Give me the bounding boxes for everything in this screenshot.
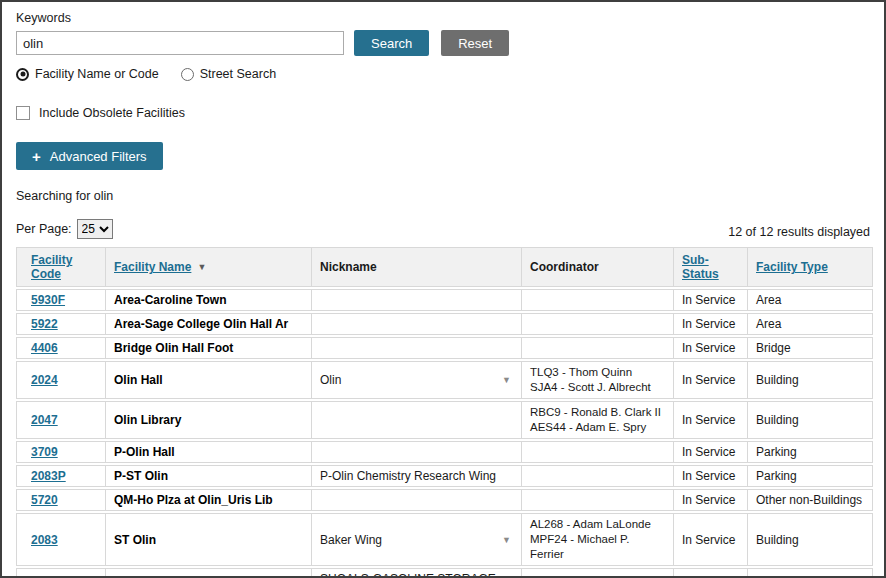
facility-type-cell: Parking xyxy=(748,441,873,463)
include-obsolete-checkbox[interactable] xyxy=(16,106,30,120)
table-header-row: Facility Code Facility Name▼ Nickname Co… xyxy=(16,247,873,287)
facility-type-cell: Building xyxy=(748,401,873,439)
facility-name-cell: QM-Ho Plza at Olin_Uris Lib xyxy=(106,489,312,511)
sub-status-cell: In Service xyxy=(674,465,748,487)
keywords-label: Keywords xyxy=(16,11,870,25)
sub-status-cell: In Service xyxy=(674,313,748,335)
facility-code-link[interactable]: 2047 xyxy=(31,413,58,427)
table-row: 5922 Area-Sage College Olin Hall Ar In S… xyxy=(16,313,873,335)
table-row: 3709 P-Olin Hall In Service Parking xyxy=(16,441,873,463)
facility-type-cell: Building xyxy=(748,568,873,578)
sub-status-cell: In Service xyxy=(674,337,748,359)
table-row: 2024 Olin Hall Olin▼ TLQ3 - Thom QuinnSJ… xyxy=(16,361,873,399)
coordinator-cell xyxy=(522,568,674,578)
nickname-cell xyxy=(312,289,522,311)
facility-code-link[interactable]: 2024 xyxy=(31,373,58,387)
facility-name-cell: Area-Sage College Olin Hall Ar xyxy=(106,313,312,335)
facility-code-sort-link[interactable]: Facility Code xyxy=(31,253,72,281)
facility-name-sort-link[interactable]: Facility Name xyxy=(114,260,191,274)
facility-results-table: Facility Code Facility Name▼ Nickname Co… xyxy=(16,245,873,578)
keywords-input[interactable] xyxy=(16,31,344,55)
sub-status-cell: In Service xyxy=(674,568,748,578)
table-row: 5930F Area-Caroline Town In Service Area xyxy=(16,289,873,311)
radio-facility-name-or-code[interactable] xyxy=(16,68,29,81)
sub-status-cell: In Service xyxy=(674,441,748,463)
sub-status-cell: In Service xyxy=(674,489,748,511)
nickname-cell xyxy=(312,337,522,359)
nickname-dropdown-arrow-icon[interactable]: ▼ xyxy=(502,535,513,545)
radio-facility-name-or-code-label: Facility Name or Code xyxy=(35,67,159,81)
facility-type-sort-link[interactable]: Facility Type xyxy=(756,260,828,274)
nickname-cell xyxy=(312,441,522,463)
sub-status-cell: In Service xyxy=(674,513,748,566)
sub-status-cell: In Service xyxy=(674,401,748,439)
include-obsolete-label: Include Obsolete Facilities xyxy=(39,106,185,120)
facility-code-link[interactable]: 2083 xyxy=(31,533,58,547)
facility-name-cell: P-ST Olin xyxy=(106,465,312,487)
facility-type-cell: Area xyxy=(748,289,873,311)
sort-desc-icon: ▼ xyxy=(197,262,206,272)
coordinator-cell xyxy=(522,337,674,359)
facility-code-link[interactable]: 3709 xyxy=(31,445,58,459)
results-meta-row: Per Page: 25 12 of 12 results displayed xyxy=(16,219,870,239)
col-header-facility-type: Facility Type xyxy=(748,247,873,287)
reset-button[interactable]: Reset xyxy=(441,30,509,56)
facility-code-link[interactable]: 2083P xyxy=(31,469,66,483)
facility-name-cell: Olin Hall xyxy=(106,361,312,399)
coordinator-cell: RBC9 - Ronald B. Clark IIAES44 - Adam E.… xyxy=(522,401,674,439)
coordinator-cell xyxy=(522,465,674,487)
facility-type-cell: Area xyxy=(748,313,873,335)
table-row: 4406 Bridge Olin Hall Foot In Service Br… xyxy=(16,337,873,359)
per-page-select[interactable]: 25 xyxy=(77,219,113,239)
col-header-facility-code: Facility Code xyxy=(16,247,106,287)
facility-name-cell: Area-Caroline Town xyxy=(106,289,312,311)
results-count-text: 12 of 12 results displayed xyxy=(728,225,870,239)
nickname-cell: Olin▼ xyxy=(312,361,522,399)
search-row: Search Reset xyxy=(16,30,870,56)
col-header-sub-status: Sub-Status xyxy=(674,247,748,287)
coordinator-cell xyxy=(522,441,674,463)
table-row: 5720 QM-Ho Plza at Olin_Uris Lib In Serv… xyxy=(16,489,873,511)
sub-status-sort-link[interactable]: Sub-Status xyxy=(682,253,719,281)
nickname-cell: SHOALS-GASOLINE STORAGE SHED xyxy=(312,568,522,578)
facility-type-cell: Building xyxy=(748,513,873,566)
radio-street-search-label: Street Search xyxy=(200,67,276,81)
facility-name-cell: Bridge Olin Hall Foot xyxy=(106,337,312,359)
table-row: 4847M Shoals Paint Storage Shed SHOALS-G… xyxy=(16,568,873,578)
coordinator-cell: TLQ3 - Thom QuinnSJA4 - Scott J. Albrech… xyxy=(522,361,674,399)
table-row: 2047 Olin Library RBC9 - Ronald B. Clark… xyxy=(16,401,873,439)
facility-type-cell: Parking xyxy=(748,465,873,487)
table-row: 2083P P-ST Olin P-Olin Chemistry Researc… xyxy=(16,465,873,487)
facility-name-cell: ST Olin xyxy=(106,513,312,566)
col-header-coordinator: Coordinator xyxy=(522,247,674,287)
facility-code-link[interactable]: 5922 xyxy=(31,317,58,331)
col-header-facility-name: Facility Name▼ xyxy=(106,247,312,287)
nickname-dropdown-arrow-icon[interactable]: ▼ xyxy=(502,375,513,385)
facility-type-cell: Other non-Buildings xyxy=(748,489,873,511)
search-mode-radios: Facility Name or Code Street Search xyxy=(16,67,870,81)
nickname-cell xyxy=(312,313,522,335)
sub-status-cell: In Service xyxy=(674,289,748,311)
facility-search-page: Keywords Search Reset Facility Name or C… xyxy=(2,2,884,578)
search-button[interactable]: Search xyxy=(354,30,429,56)
coordinator-cell xyxy=(522,289,674,311)
nickname-cell: P-Olin Chemistry Research Wing xyxy=(312,465,522,487)
nickname-cell: Baker Wing▼ xyxy=(312,513,522,566)
col-header-nickname: Nickname xyxy=(312,247,522,287)
facility-name-cell: Shoals Paint Storage Shed xyxy=(106,568,312,578)
include-obsolete-row: Include Obsolete Facilities xyxy=(16,106,870,120)
radio-street-search[interactable] xyxy=(181,68,194,81)
facility-code-link[interactable]: 5930F xyxy=(31,293,65,307)
table-row: 2083 ST Olin Baker Wing▼ AL268 - Adam La… xyxy=(16,513,873,566)
plus-icon: + xyxy=(32,148,41,165)
facility-code-link[interactable]: 5720 xyxy=(31,493,58,507)
coordinator-cell xyxy=(522,313,674,335)
facility-name-cell: P-Olin Hall xyxy=(106,441,312,463)
nickname-cell xyxy=(312,489,522,511)
coordinator-cell xyxy=(522,489,674,511)
nickname-cell xyxy=(312,401,522,439)
facility-code-link[interactable]: 4406 xyxy=(31,341,58,355)
searching-status-text: Searching for olin xyxy=(16,189,870,203)
advanced-filters-button[interactable]: + Advanced Filters xyxy=(16,142,163,170)
facility-name-cell: Olin Library xyxy=(106,401,312,439)
